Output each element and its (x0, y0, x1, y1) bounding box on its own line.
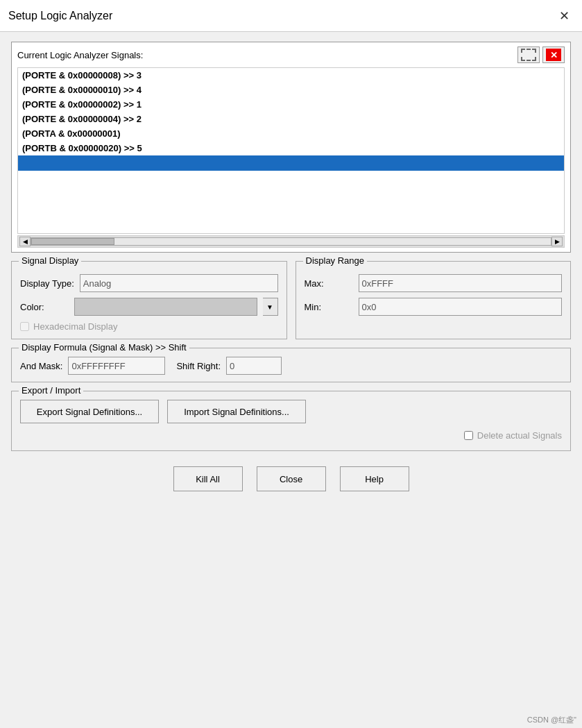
dialog-body: Current Logic Analyzer Signals: ✕ (PORTE… (0, 32, 582, 713)
shift-right-label: Shift Right: (176, 361, 221, 371)
signal-display-group: Signal Display Display Type: Analog Digi… (11, 261, 287, 339)
delete-signals-checkbox[interactable] (464, 431, 473, 440)
shift-right-input[interactable] (226, 357, 282, 375)
kill-all-button[interactable]: Kill All (173, 466, 243, 491)
hexadecimal-checkbox[interactable] (20, 322, 29, 331)
delete-signals-row: Delete actual Signals (464, 430, 562, 441)
list-item[interactable]: (PORTA & 0x00000001) (18, 126, 564, 141)
color-label: Color: (20, 302, 69, 312)
list-item[interactable]: (PORTE & 0x00000010) >> 4 (18, 83, 564, 97)
color-swatch[interactable] (74, 298, 257, 316)
hexadecimal-row: Hexadecimal Display (20, 321, 278, 332)
signal-display-legend: Signal Display (19, 255, 81, 266)
color-dropdown-button[interactable]: ▼ (263, 298, 278, 316)
dotted-box-icon (521, 49, 536, 61)
middle-row: Signal Display Display Type: Analog Digi… (11, 261, 571, 339)
window-title: Setup Logic Analyzer (8, 10, 112, 22)
list-item[interactable]: (PORTB & 0x00000020) >> 5 (18, 141, 564, 155)
list-item-empty (18, 171, 564, 192)
delete-signal-button[interactable]: ✕ (542, 46, 565, 63)
display-range-legend: Display Range (303, 255, 368, 266)
scrollbar-thumb[interactable] (31, 238, 114, 245)
help-button[interactable]: Help (340, 466, 409, 491)
list-item[interactable]: (PORTE & 0x00000008) >> 3 (18, 68, 564, 83)
close-button[interactable]: Close (257, 466, 326, 491)
display-type-label: Display Type: (20, 278, 74, 289)
and-mask-input[interactable] (68, 357, 165, 375)
export-buttons-row: Export Signal Definitions... Import Sign… (20, 400, 562, 423)
signals-toolbar: ✕ (517, 46, 565, 63)
display-formula-legend: Display Formula (Signal & Mask) >> Shift (19, 342, 189, 353)
add-signal-button[interactable] (517, 46, 540, 63)
min-input[interactable] (359, 298, 563, 316)
min-row: Min: (305, 298, 563, 316)
watermark-text: CSDN @红盏" (527, 716, 576, 724)
export-import-group: Export / Import Export Signal Definition… (11, 391, 571, 451)
bottom-buttons: Kill All Close Help (11, 459, 571, 502)
horizontal-scrollbar[interactable]: ◀ ▶ (17, 235, 565, 248)
window-close-button[interactable]: ✕ (555, 8, 574, 24)
display-type-row: Display Type: Analog Digital Hex (20, 274, 278, 292)
and-mask-field: And Mask: (20, 357, 165, 375)
signals-section: Current Logic Analyzer Signals: ✕ (PORTE… (11, 42, 571, 253)
import-signal-definitions-button[interactable]: Import Signal Definitions... (167, 400, 306, 423)
list-item-selected[interactable] (18, 155, 564, 171)
max-label: Max: (305, 278, 353, 289)
export-import-legend: Export / Import (19, 385, 83, 396)
signals-header: Current Logic Analyzer Signals: ✕ (17, 46, 565, 63)
scrollbar-track[interactable] (31, 237, 551, 246)
list-item[interactable]: (PORTE & 0x00000004) >> 2 (18, 112, 564, 126)
export-signal-definitions-button[interactable]: Export Signal Definitions... (20, 400, 159, 423)
signals-section-label: Current Logic Analyzer Signals: (17, 50, 143, 60)
color-row: Color: ▼ (20, 298, 278, 316)
title-bar: Setup Logic Analyzer ✕ (0, 0, 582, 32)
shift-right-field: Shift Right: (176, 357, 282, 375)
delete-signals-label: Delete actual Signals (477, 430, 562, 441)
watermark: CSDN @红盏" (0, 713, 582, 728)
display-type-select[interactable]: Analog Digital Hex (80, 274, 278, 292)
red-x-icon: ✕ (546, 49, 561, 61)
max-input[interactable] (359, 274, 563, 292)
max-row: Max: (305, 274, 563, 292)
and-mask-label: And Mask: (20, 361, 62, 371)
formula-row: And Mask: Shift Right: (20, 357, 562, 375)
min-label: Min: (305, 302, 353, 312)
hexadecimal-label: Hexadecimal Display (33, 321, 117, 332)
display-range-group: Display Range Max: Min: (296, 261, 572, 339)
display-formula-group: Display Formula (Signal & Mask) >> Shift… (11, 348, 571, 382)
scroll-right-button[interactable]: ▶ (551, 237, 563, 246)
display-type-select-wrapper: Analog Digital Hex (80, 274, 278, 292)
signals-list[interactable]: (PORTE & 0x00000008) >> 3 (PORTE & 0x000… (17, 67, 565, 234)
scroll-left-button[interactable]: ◀ (19, 237, 31, 246)
list-item[interactable]: (PORTE & 0x00000002) >> 1 (18, 97, 564, 112)
